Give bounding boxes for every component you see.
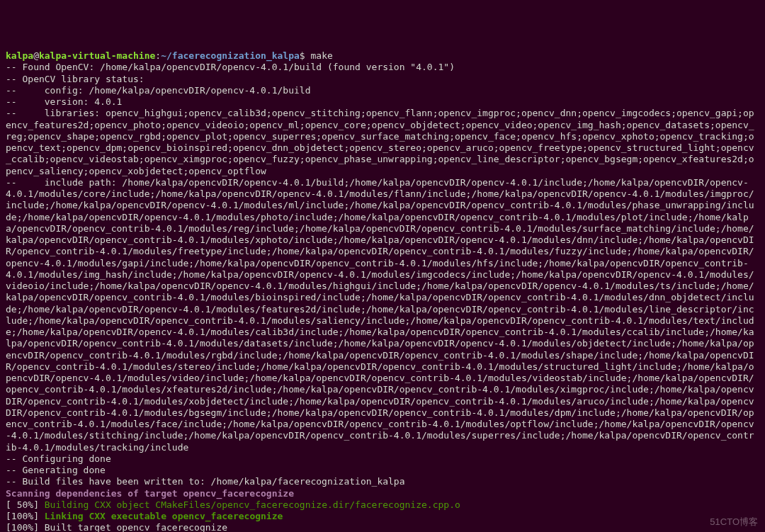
progress-text: Linking CXX executable opencv_facerecogn…	[45, 511, 283, 521]
output-line: -- Generating done	[6, 465, 106, 475]
prompt-user: kalpa	[6, 50, 33, 61]
prompt-line-1: kalpa@kalpa-virtual-machine:~/facerecogn…	[6, 50, 333, 61]
progress-100-built: [100%] Built target opencv_facerecognize	[6, 522, 227, 532]
output-line: -- OpenCV library status:	[6, 74, 144, 84]
output-line-libraries: -- libraries: opencv_highgui;opencv_cali…	[6, 108, 754, 176]
progress-percent: [100%]	[6, 511, 45, 521]
at-sign: @	[33, 50, 39, 61]
progress-text: Building CXX object CMakeFiles/opencv_fa…	[45, 499, 460, 510]
progress-percent: [ 50%]	[6, 499, 45, 510]
output-line: -- version: 4.0.1	[6, 96, 122, 107]
progress-100-link: [100%] Linking CXX executable opencv_fac…	[6, 511, 283, 521]
colon: :	[155, 50, 161, 61]
output-line: -- Found OpenCV: /home/kalpa/opencvDIR/o…	[6, 62, 455, 72]
output-line: -- config: /home/kalpa/opencvDIR/opencv-…	[6, 85, 310, 96]
prompt-host: kalpa-virtual-machine	[39, 50, 155, 61]
output-line-include-path: -- include path: /home/kalpa/opencvDIR/o…	[6, 177, 754, 453]
command-text: make	[311, 50, 333, 61]
scanning-line: Scanning dependencies of target opencv_f…	[6, 488, 294, 499]
terminal[interactable]: kalpa@kalpa-virtual-machine:~/facerecogn…	[6, 50, 759, 532]
output-line: -- Configuring done	[6, 453, 111, 464]
progress-50: [ 50%] Building CXX object CMakeFiles/op…	[6, 499, 460, 510]
prompt-symbol: $	[300, 50, 305, 61]
watermark: 51CTO博客	[710, 516, 758, 528]
output-line: -- Build files have been written to: /ho…	[6, 476, 405, 487]
prompt-path: ~/facerecognization_kalpa	[161, 50, 300, 61]
